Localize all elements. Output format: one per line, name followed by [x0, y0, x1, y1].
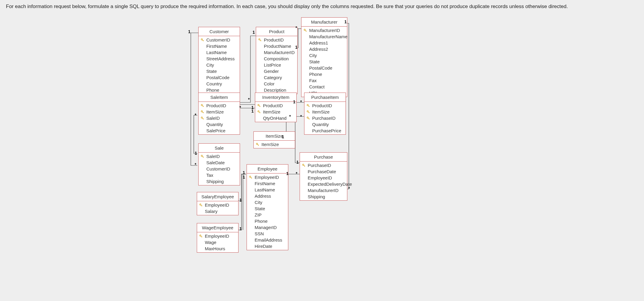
svg-line-14	[203, 112, 204, 113]
entity-fields: PurchaseIDPurchaseDateEmployeeIDExpected…	[300, 162, 347, 200]
field-row: PostalCode	[199, 74, 240, 81]
field-row: ManufacturerName	[301, 33, 347, 40]
field-row: ZIP	[247, 212, 288, 218]
svg-line-38	[203, 156, 204, 157]
field-row: PurchaseID	[300, 162, 347, 168]
cardinality-many: *	[239, 105, 241, 110]
svg-line-41	[304, 165, 305, 166]
field-name: CustomerID	[206, 166, 230, 171]
field-name: Country	[206, 81, 222, 86]
svg-line-8	[306, 30, 306, 31]
field-name: HireDate	[255, 244, 272, 249]
field-row: ManufacturerID	[256, 49, 297, 56]
field-name: ItemSize	[312, 109, 329, 114]
field-name: CustomerID	[206, 37, 230, 42]
entity-saleitem: SaleItem ProductIDItemSizeSaleIDQuantity…	[198, 93, 240, 135]
field-row: Contact	[301, 84, 347, 90]
field-row: Phone	[247, 218, 288, 224]
entity-fields: SaleIDSaleDateCustomerIDTaxShipping	[199, 153, 240, 185]
field-row: Quantity	[199, 121, 240, 128]
field-row: ProductID	[255, 102, 296, 109]
primary-key-icon	[199, 234, 203, 238]
cardinality-many: *	[195, 162, 196, 167]
field-name: FirstName	[255, 181, 275, 186]
svg-line-47	[202, 205, 202, 206]
field-row: Country	[199, 81, 240, 87]
field-row: City	[301, 52, 347, 59]
field-name: PurchaseID	[308, 163, 331, 168]
svg-line-5	[261, 40, 261, 41]
field-name: StreetAddress	[206, 56, 235, 61]
field-name: ProductName	[264, 44, 291, 49]
cardinality-many: *	[300, 99, 302, 104]
field-name: QtyOnHand	[263, 116, 287, 121]
field-row: ProductName	[256, 43, 297, 49]
field-row: Category	[256, 74, 297, 81]
field-row: ItemSize	[304, 109, 346, 115]
cardinality-one: 1	[195, 151, 197, 156]
erd-canvas: Customer CustomerIDFirstNameLastNameStre…	[0, 0, 644, 301]
field-row: ProductID	[199, 102, 240, 109]
entity-fields: ProductIDProductNameManufacturerIDCompos…	[256, 36, 297, 94]
entity-title: Purchase	[300, 153, 347, 162]
field-name: State	[255, 206, 265, 211]
field-row: SSN	[247, 231, 288, 237]
field-name: Address	[255, 194, 271, 199]
entity-title: PurchaseItem	[304, 93, 346, 102]
svg-line-35	[258, 145, 259, 145]
svg-line-20	[260, 106, 260, 106]
primary-key-icon	[258, 38, 262, 42]
field-row: ManagerID	[247, 224, 288, 231]
field-row: Tax	[199, 172, 240, 178]
cardinality-one: 1	[239, 226, 242, 231]
primary-key-icon	[200, 104, 205, 108]
field-row: LastName	[247, 187, 288, 193]
field-row: FirstName	[247, 180, 288, 187]
cardinality-one: 1	[344, 19, 347, 24]
field-row: EmailAddress	[247, 237, 288, 243]
field-row: EmployeeID	[300, 175, 347, 181]
field-name: SalePrice	[206, 128, 225, 133]
field-name: PurchasePrice	[312, 128, 341, 133]
field-row: SaleID	[199, 115, 240, 121]
field-row: ManufacturerID	[301, 27, 347, 33]
entity-fields: EmployeeIDFirstNameLastNameAddressCitySt…	[247, 173, 288, 250]
primary-key-icon	[302, 163, 306, 168]
entity-fields: ProductIDItemSizeSaleIDQuantitySalePrice	[199, 102, 240, 134]
field-name: ManufacturerID	[309, 28, 340, 33]
entity-wageemployee: WageEmployee EmployeeIDWageMaxHours	[197, 223, 239, 253]
entity-fields: EmployeeIDSalary	[197, 201, 238, 215]
svg-line-44	[251, 177, 252, 178]
field-name: Contact	[309, 84, 325, 89]
field-name: ProductID	[263, 103, 283, 108]
field-name: Gender	[264, 69, 279, 74]
primary-key-icon	[256, 142, 260, 147]
field-name: Tax	[206, 173, 213, 178]
field-name: SaleID	[206, 154, 220, 159]
primary-key-icon	[200, 110, 205, 114]
entity-salaryemployee: SalaryEmployee EmployeeIDSalary	[197, 192, 239, 215]
svg-line-11	[203, 106, 204, 106]
primary-key-icon	[200, 116, 205, 120]
entity-title: ItemSize	[254, 132, 295, 141]
primary-key-icon	[199, 203, 203, 207]
field-row: SaleID	[199, 153, 240, 159]
field-name: ProductID	[312, 103, 332, 108]
field-name: State	[206, 69, 217, 74]
field-name: Description	[264, 87, 286, 93]
field-name: ExpectedDeliveryDate	[308, 182, 352, 187]
cardinality-one: 1	[239, 198, 242, 202]
cardinality-one: 1	[296, 160, 299, 165]
field-name: EmailAddress	[255, 237, 282, 242]
field-row: State	[301, 59, 347, 65]
cardinality-many: *	[195, 113, 196, 117]
field-name: FirstName	[206, 44, 227, 49]
primary-key-icon	[257, 104, 261, 108]
field-name: PostalCode	[206, 75, 230, 80]
field-row: EmployeeID	[197, 233, 238, 239]
field-name: Quantity	[312, 122, 329, 127]
entity-fields: CustomerIDFirstNameLastNameStreetAddress…	[199, 36, 240, 94]
svg-line-26	[309, 106, 309, 106]
svg-line-50	[202, 236, 202, 237]
field-row: EmployeeID	[247, 174, 288, 180]
